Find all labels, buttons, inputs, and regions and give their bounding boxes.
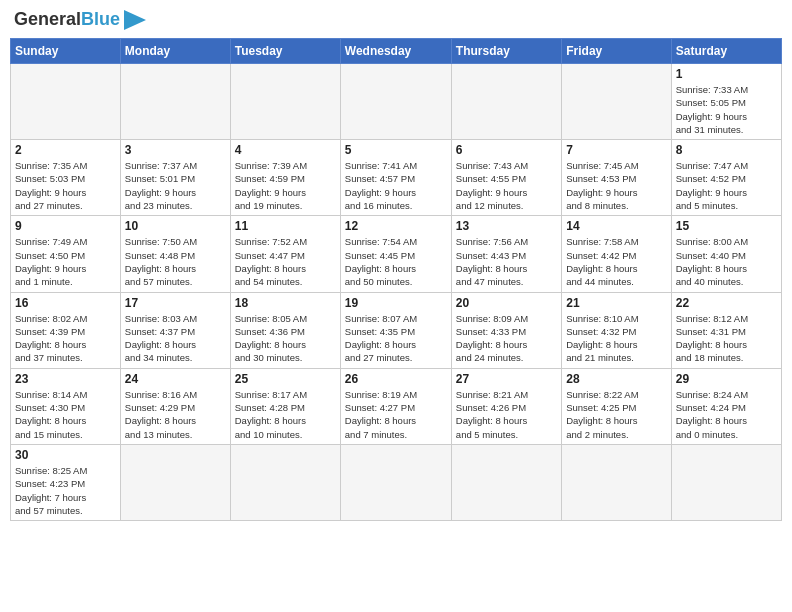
calendar-cell: 7Sunrise: 7:45 AM Sunset: 4:53 PM Daylig…: [562, 140, 671, 216]
day-number: 3: [125, 143, 226, 157]
day-number: 10: [125, 219, 226, 233]
day-info: Sunrise: 8:02 AM Sunset: 4:39 PM Dayligh…: [15, 312, 116, 365]
day-info: Sunrise: 7:41 AM Sunset: 4:57 PM Dayligh…: [345, 159, 447, 212]
day-number: 4: [235, 143, 336, 157]
calendar-cell: [120, 64, 230, 140]
day-info: Sunrise: 8:09 AM Sunset: 4:33 PM Dayligh…: [456, 312, 557, 365]
day-number: 14: [566, 219, 666, 233]
day-info: Sunrise: 7:45 AM Sunset: 4:53 PM Dayligh…: [566, 159, 666, 212]
day-info: Sunrise: 7:33 AM Sunset: 5:05 PM Dayligh…: [676, 83, 777, 136]
calendar-cell: 28Sunrise: 8:22 AM Sunset: 4:25 PM Dayli…: [562, 368, 671, 444]
weekday-header-friday: Friday: [562, 39, 671, 64]
calendar-cell: 22Sunrise: 8:12 AM Sunset: 4:31 PM Dayli…: [671, 292, 781, 368]
calendar-cell: 23Sunrise: 8:14 AM Sunset: 4:30 PM Dayli…: [11, 368, 121, 444]
calendar-week-row: 1Sunrise: 7:33 AM Sunset: 5:05 PM Daylig…: [11, 64, 782, 140]
calendar-cell: 9Sunrise: 7:49 AM Sunset: 4:50 PM Daylig…: [11, 216, 121, 292]
day-info: Sunrise: 8:21 AM Sunset: 4:26 PM Dayligh…: [456, 388, 557, 441]
day-info: Sunrise: 8:25 AM Sunset: 4:23 PM Dayligh…: [15, 464, 116, 517]
day-info: Sunrise: 8:05 AM Sunset: 4:36 PM Dayligh…: [235, 312, 336, 365]
calendar-cell: 27Sunrise: 8:21 AM Sunset: 4:26 PM Dayli…: [451, 368, 561, 444]
day-info: Sunrise: 8:00 AM Sunset: 4:40 PM Dayligh…: [676, 235, 777, 288]
day-number: 16: [15, 296, 116, 310]
day-number: 19: [345, 296, 447, 310]
logo-text: GeneralBlue: [14, 10, 120, 30]
day-number: 13: [456, 219, 557, 233]
day-info: Sunrise: 8:16 AM Sunset: 4:29 PM Dayligh…: [125, 388, 226, 441]
weekday-header-row: SundayMondayTuesdayWednesdayThursdayFrid…: [11, 39, 782, 64]
calendar-cell: 16Sunrise: 8:02 AM Sunset: 4:39 PM Dayli…: [11, 292, 121, 368]
day-info: Sunrise: 7:50 AM Sunset: 4:48 PM Dayligh…: [125, 235, 226, 288]
page-header: GeneralBlue: [10, 10, 782, 30]
calendar-cell: 21Sunrise: 8:10 AM Sunset: 4:32 PM Dayli…: [562, 292, 671, 368]
calendar-cell: 4Sunrise: 7:39 AM Sunset: 4:59 PM Daylig…: [230, 140, 340, 216]
day-info: Sunrise: 8:22 AM Sunset: 4:25 PM Dayligh…: [566, 388, 666, 441]
calendar-cell: 1Sunrise: 7:33 AM Sunset: 5:05 PM Daylig…: [671, 64, 781, 140]
calendar-cell: [451, 64, 561, 140]
calendar-cell: [230, 64, 340, 140]
calendar-cell: [671, 444, 781, 520]
day-number: 11: [235, 219, 336, 233]
day-info: Sunrise: 8:03 AM Sunset: 4:37 PM Dayligh…: [125, 312, 226, 365]
calendar-cell: 3Sunrise: 7:37 AM Sunset: 5:01 PM Daylig…: [120, 140, 230, 216]
calendar-cell: 19Sunrise: 8:07 AM Sunset: 4:35 PM Dayli…: [340, 292, 451, 368]
calendar-week-row: 30Sunrise: 8:25 AM Sunset: 4:23 PM Dayli…: [11, 444, 782, 520]
calendar-cell: 25Sunrise: 8:17 AM Sunset: 4:28 PM Dayli…: [230, 368, 340, 444]
calendar-cell: 13Sunrise: 7:56 AM Sunset: 4:43 PM Dayli…: [451, 216, 561, 292]
calendar-week-row: 2Sunrise: 7:35 AM Sunset: 5:03 PM Daylig…: [11, 140, 782, 216]
day-info: Sunrise: 7:52 AM Sunset: 4:47 PM Dayligh…: [235, 235, 336, 288]
day-number: 28: [566, 372, 666, 386]
day-number: 9: [15, 219, 116, 233]
weekday-header-monday: Monday: [120, 39, 230, 64]
day-info: Sunrise: 8:17 AM Sunset: 4:28 PM Dayligh…: [235, 388, 336, 441]
day-info: Sunrise: 7:43 AM Sunset: 4:55 PM Dayligh…: [456, 159, 557, 212]
calendar-cell: 15Sunrise: 8:00 AM Sunset: 4:40 PM Dayli…: [671, 216, 781, 292]
calendar-cell: [340, 64, 451, 140]
calendar-cell: [230, 444, 340, 520]
calendar-cell: [451, 444, 561, 520]
day-info: Sunrise: 7:54 AM Sunset: 4:45 PM Dayligh…: [345, 235, 447, 288]
calendar-cell: 12Sunrise: 7:54 AM Sunset: 4:45 PM Dayli…: [340, 216, 451, 292]
day-number: 2: [15, 143, 116, 157]
weekday-header-thursday: Thursday: [451, 39, 561, 64]
calendar-cell: 5Sunrise: 7:41 AM Sunset: 4:57 PM Daylig…: [340, 140, 451, 216]
calendar-table: SundayMondayTuesdayWednesdayThursdayFrid…: [10, 38, 782, 521]
calendar-week-row: 16Sunrise: 8:02 AM Sunset: 4:39 PM Dayli…: [11, 292, 782, 368]
day-number: 8: [676, 143, 777, 157]
day-info: Sunrise: 8:24 AM Sunset: 4:24 PM Dayligh…: [676, 388, 777, 441]
day-info: Sunrise: 7:39 AM Sunset: 4:59 PM Dayligh…: [235, 159, 336, 212]
calendar-cell: [340, 444, 451, 520]
calendar-cell: 10Sunrise: 7:50 AM Sunset: 4:48 PM Dayli…: [120, 216, 230, 292]
day-number: 17: [125, 296, 226, 310]
calendar-cell: [11, 64, 121, 140]
svg-marker-0: [124, 10, 146, 30]
calendar-week-row: 23Sunrise: 8:14 AM Sunset: 4:30 PM Dayli…: [11, 368, 782, 444]
weekday-header-saturday: Saturday: [671, 39, 781, 64]
day-number: 21: [566, 296, 666, 310]
day-number: 22: [676, 296, 777, 310]
calendar-cell: [562, 444, 671, 520]
day-number: 26: [345, 372, 447, 386]
calendar-cell: 8Sunrise: 7:47 AM Sunset: 4:52 PM Daylig…: [671, 140, 781, 216]
weekday-header-wednesday: Wednesday: [340, 39, 451, 64]
day-number: 6: [456, 143, 557, 157]
day-number: 18: [235, 296, 336, 310]
calendar-cell: 6Sunrise: 7:43 AM Sunset: 4:55 PM Daylig…: [451, 140, 561, 216]
calendar-week-row: 9Sunrise: 7:49 AM Sunset: 4:50 PM Daylig…: [11, 216, 782, 292]
calendar-cell: 24Sunrise: 8:16 AM Sunset: 4:29 PM Dayli…: [120, 368, 230, 444]
day-number: 23: [15, 372, 116, 386]
day-number: 30: [15, 448, 116, 462]
calendar-cell: 18Sunrise: 8:05 AM Sunset: 4:36 PM Dayli…: [230, 292, 340, 368]
day-info: Sunrise: 8:10 AM Sunset: 4:32 PM Dayligh…: [566, 312, 666, 365]
day-number: 25: [235, 372, 336, 386]
day-number: 5: [345, 143, 447, 157]
day-info: Sunrise: 7:35 AM Sunset: 5:03 PM Dayligh…: [15, 159, 116, 212]
day-info: Sunrise: 7:49 AM Sunset: 4:50 PM Dayligh…: [15, 235, 116, 288]
day-number: 29: [676, 372, 777, 386]
calendar-cell: 14Sunrise: 7:58 AM Sunset: 4:42 PM Dayli…: [562, 216, 671, 292]
day-number: 24: [125, 372, 226, 386]
weekday-header-sunday: Sunday: [11, 39, 121, 64]
logo-icon: [124, 10, 146, 30]
calendar-cell: 26Sunrise: 8:19 AM Sunset: 4:27 PM Dayli…: [340, 368, 451, 444]
day-info: Sunrise: 7:56 AM Sunset: 4:43 PM Dayligh…: [456, 235, 557, 288]
day-info: Sunrise: 8:14 AM Sunset: 4:30 PM Dayligh…: [15, 388, 116, 441]
